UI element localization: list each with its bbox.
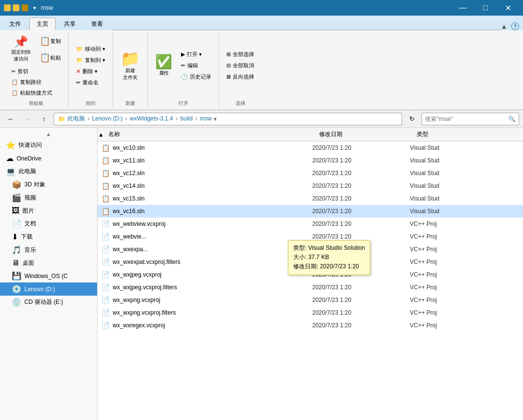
col-header-name[interactable]: 名称 — [104, 130, 319, 139]
table-row[interactable]: 📋 wx_vc10.sln 2020/7/23 1:20 Visual Stud — [98, 141, 523, 154]
move-to-button[interactable]: 📁 移动到 ▾ — [73, 44, 109, 54]
table-row[interactable]: 📄 wx_wxpng.vcxproj 2020/7/23 1:20 VC++ P… — [98, 294, 523, 306]
file-name: wx_webvie... — [113, 233, 146, 240]
file-name-cell: 📋 wx_vc15.sln — [98, 195, 312, 202]
up-button[interactable]: ↑ — [37, 112, 51, 126]
sidebar-item-video[interactable]: 🎬 视频 — [0, 191, 97, 204]
sidebar-item-documents[interactable]: 📄 文档 — [0, 217, 97, 230]
file-type: Visual Stud — [410, 157, 519, 164]
sidebar-item-lenovo[interactable]: 💿 Lenovo (D:) — [0, 282, 97, 296]
col-header-date[interactable]: 修改日期 — [319, 130, 417, 139]
clipboard-content: 📌 固定到快速访问 📋 复制 📋 粘贴 — [8, 33, 64, 65]
sidebar-item-windows[interactable]: 💾 Windows_OS (C — [0, 269, 97, 282]
open-button[interactable]: ▶ 打开 ▾ — [178, 49, 215, 60]
tab-home[interactable]: 主页 — [29, 18, 56, 30]
sidebar-item-this-pc[interactable]: 💻 此电脑 — [0, 165, 97, 178]
close-button[interactable]: ✕ — [497, 0, 519, 16]
table-row[interactable]: 📄 wx_webview.vcxproj 2020/7/23 1:20 VC++… — [98, 218, 523, 230]
file-name-cell: 📄 wx_wxexpa... — [98, 245, 312, 253]
help-btn[interactable]: ? — [511, 22, 519, 30]
title-bar-controls: — □ ✕ — [452, 0, 519, 16]
copy-button[interactable]: 📋 复制 — [36, 33, 64, 49]
search-input[interactable] — [425, 116, 508, 122]
move-to-label: 移动到 ▾ — [85, 45, 105, 53]
sidebar-item-3d[interactable]: 📦 3D 对象 — [0, 178, 97, 191]
minimize-button[interactable]: — — [452, 0, 474, 16]
new-label: 新建 — [125, 100, 135, 107]
sidebar-item-music[interactable]: 🎵 音乐 — [0, 243, 97, 257]
breadcrumb-lenovo[interactable]: Lenovo (D:) — [92, 115, 123, 122]
sidebar-item-cd[interactable]: 💿 CD 驱动器 (E:) — [0, 296, 97, 309]
edit-button[interactable]: ✏ 编辑 — [178, 60, 215, 71]
select-none-button[interactable]: ⊟ 全部取消 — [223, 60, 258, 71]
delete-label: 删除 ▾ — [82, 68, 98, 75]
tab-share[interactable]: 共享 — [57, 18, 83, 30]
tab-file[interactable]: 文件 — [2, 18, 28, 30]
col-header-type[interactable]: 类型 — [417, 130, 519, 139]
search-icon[interactable]: 🔍 — [508, 116, 516, 122]
file-list-container: ▲ 名称 修改日期 类型 📋 wx_vc10.sln 2020/7/23 1:2… — [98, 128, 523, 420]
title-icon-1 — [4, 4, 11, 11]
file-date: 2020/7/23 1:20 — [312, 208, 410, 215]
copy-path-button[interactable]: 📋 复制路径 — [8, 77, 64, 87]
table-row[interactable]: 📋 wx_vc15.sln 2020/7/23 1:20 Visual Stud — [98, 192, 523, 205]
edit-label: 编辑 — [187, 62, 198, 69]
table-row[interactable]: 📄 wx_wxregex.vcxproj 2020/7/23 1:20 VC++… — [98, 319, 523, 332]
copy-to-button[interactable]: 📁 复制到 ▾ — [73, 55, 109, 65]
delete-button[interactable]: ✕ 删除 ▾ — [73, 66, 109, 77]
address-chevron[interactable]: ▾ — [214, 116, 217, 122]
file-icon: 📋 — [101, 195, 110, 202]
windows-label: Windows_OS (C — [24, 273, 68, 280]
properties-button[interactable]: ✅ 属性 — [152, 53, 176, 79]
rename-button[interactable]: ✏ 重命名 — [73, 78, 109, 88]
ribbon-tabs: 文件 主页 共享 查看 ▲ ? — [0, 16, 523, 30]
paste-button[interactable]: 📋 粘贴 — [36, 50, 64, 65]
pin-to-quickaccess-button[interactable]: 📌 固定到快速访问 — [8, 34, 34, 65]
file-date: 2020/7/23 1:20 — [312, 297, 410, 303]
paste-shortcut-button[interactable]: 📋 粘贴快捷方式 — [8, 88, 64, 98]
maximize-button[interactable]: □ — [474, 0, 497, 16]
tooltip-date-label: 修改日期: — [293, 263, 318, 270]
tooltip-date-value: 2020/7/23 1:20 — [320, 263, 359, 270]
downloads-label: 下载 — [21, 233, 33, 241]
header-up-icon[interactable]: ▲ — [98, 131, 104, 138]
sidebar-scroll-up[interactable]: ▲ — [0, 130, 97, 139]
table-row[interactable]: 📄 wx_wxpng.vcxproj.filters 2020/7/23 1:2… — [98, 306, 523, 319]
invert-selection-button[interactable]: ⊠ 反向选择 — [223, 72, 258, 82]
search-box[interactable]: 🔍 — [422, 113, 519, 125]
file-icon: 📄 — [101, 220, 110, 228]
refresh-button[interactable]: ↻ — [405, 112, 419, 126]
table-row[interactable]: 📋 wx_vc16.sln 2020/7/23 1:20 Visual Stud — [98, 205, 523, 218]
ribbon-collapse-btn[interactable]: ▲ — [501, 22, 507, 30]
breadcrumb-wx[interactable]: wxWidgets-3.1.4 — [130, 115, 173, 122]
history-button[interactable]: 🕐 历史记录 — [178, 72, 215, 82]
address-input[interactable]: 📁 此电脑 › Lenovo (D:) › wxWidgets-3.1.4 › … — [54, 113, 402, 125]
breadcrumb: 此电脑 › Lenovo (D:) › wxWidgets-3.1.4 › bu… — [67, 115, 212, 123]
breadcrumb-pc[interactable]: 此电脑 — [67, 115, 85, 122]
tooltip-type-value: Visual Studio Solution — [308, 244, 365, 251]
forward-button[interactable]: → — [20, 112, 34, 126]
tab-view[interactable]: 查看 — [84, 18, 110, 30]
file-name-cell: 📋 wx_vc11.sln — [98, 157, 312, 164]
cut-button[interactable]: ✂ 剪切 — [8, 66, 64, 77]
sidebar-item-pictures[interactable]: 🖼 图片 — [0, 204, 97, 217]
title-dropdown-btn[interactable]: ▼ — [32, 5, 37, 11]
sidebar-item-onedrive[interactable]: ☁ OneDrive — [0, 152, 97, 165]
table-row[interactable]: 📋 wx_vc11.sln 2020/7/23 1:20 Visual Stud — [98, 154, 523, 167]
invert-label: 反向选择 — [233, 73, 254, 80]
sidebar-item-quick-access[interactable]: ⭐ 快速访问 — [0, 139, 97, 152]
table-row[interactable]: 📋 wx_vc12.sln 2020/7/23 1:20 Visual Stud — [98, 167, 523, 180]
new-folder-button[interactable]: 📁 新建文件夹 — [117, 48, 143, 83]
table-row[interactable]: 📄 wx_wxjpeg.vcxproj.filters 2020/7/23 1:… — [98, 281, 523, 294]
select-all-button[interactable]: ⊞ 全部选择 — [223, 49, 258, 60]
sidebar-item-downloads[interactable]: ⬇ 下载 — [0, 230, 97, 243]
table-row[interactable]: 📋 wx_vc14.sln 2020/7/23 1:20 Visual Stud — [98, 180, 523, 192]
sidebar-item-desktop[interactable]: 🖥 桌面 — [0, 257, 97, 269]
file-date: 2020/7/23 1:20 — [312, 220, 410, 227]
this-pc-label: 此电脑 — [19, 167, 36, 176]
back-button[interactable]: ← — [4, 112, 18, 126]
file-type: VC++ Proj — [410, 322, 519, 329]
breadcrumb-build[interactable]: build — [180, 115, 192, 122]
breadcrumb-msw[interactable]: msw — [200, 115, 212, 122]
file-name: wx_webview.vcxproj — [113, 220, 165, 227]
